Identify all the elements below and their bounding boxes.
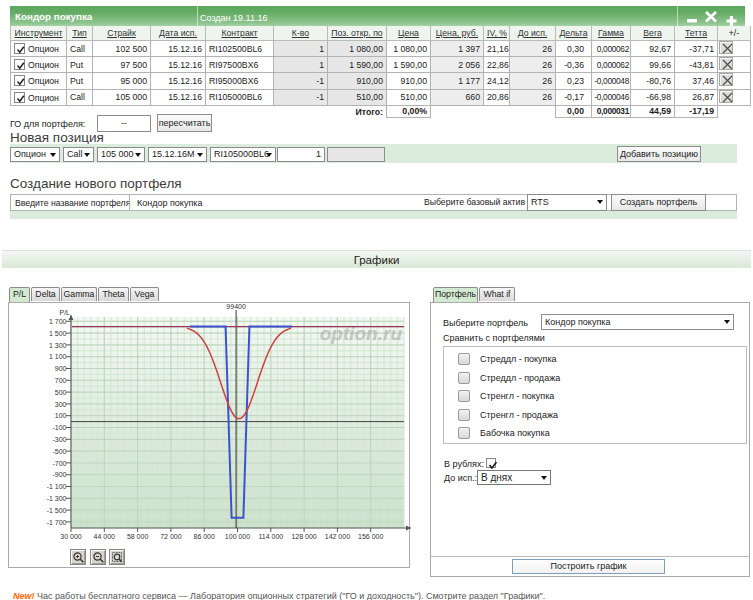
svg-text:-300: -300 (52, 436, 66, 443)
svg-text:1 500: 1 500 (49, 330, 67, 337)
svg-text:156 000: 156 000 (358, 533, 383, 540)
svg-text:-900: -900 (52, 471, 66, 478)
svg-text:-700: -700 (52, 460, 66, 467)
svg-text:-100: -100 (52, 424, 66, 431)
svg-text:99400: 99400 (226, 303, 246, 310)
svg-text:1 100: 1 100 (49, 353, 67, 360)
svg-text:700: 700 (55, 377, 67, 384)
svg-text:-1 500: -1 500 (47, 507, 67, 514)
svg-text:1 300: 1 300 (49, 342, 67, 349)
svg-text:128 000: 128 000 (291, 533, 316, 540)
svg-text:142 000: 142 000 (325, 533, 350, 540)
svg-text:100: 100 (55, 412, 67, 419)
svg-text:72 000: 72 000 (160, 533, 182, 540)
svg-text:500: 500 (55, 389, 67, 396)
svg-text:44 000: 44 000 (94, 533, 116, 540)
svg-text:86 000: 86 000 (193, 533, 215, 540)
svg-text:-500: -500 (52, 448, 66, 455)
svg-text:1 700: 1 700 (49, 318, 67, 325)
svg-text:-1 100: -1 100 (47, 483, 67, 490)
svg-text:100 000: 100 000 (225, 533, 250, 540)
svg-text:30 000: 30 000 (60, 533, 82, 540)
svg-text:900: 900 (55, 365, 67, 372)
svg-text:114 000: 114 000 (258, 533, 283, 540)
svg-text:-1 300: -1 300 (47, 495, 67, 502)
svg-text:300: 300 (55, 401, 67, 408)
svg-text:-1 700: -1 700 (47, 519, 67, 526)
svg-text:58 000: 58 000 (127, 533, 149, 540)
svg-text:P/L: P/L (59, 309, 70, 316)
